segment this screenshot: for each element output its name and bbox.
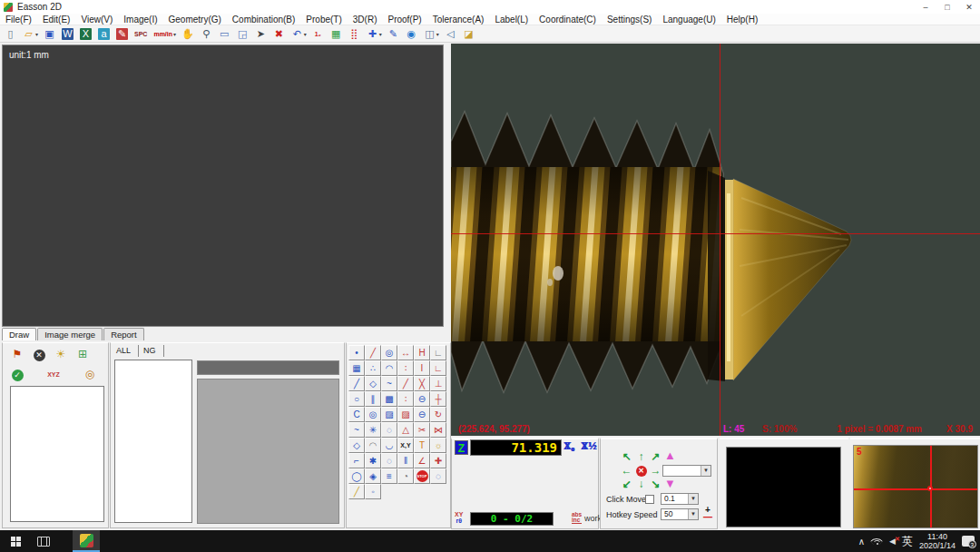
- delete-button[interactable]: ✖: [271, 26, 288, 42]
- speed-plus-minus-control[interactable]: +—: [703, 507, 712, 521]
- web-button[interactable]: ◉: [404, 26, 420, 42]
- scan-region-tool[interactable]: ▩: [381, 391, 397, 407]
- xy-coordinate-tool[interactable]: X,Y: [397, 438, 414, 453]
- angle-corner-tool[interactable]: ∟: [430, 360, 446, 376]
- stage-up-right-button[interactable]: ↗: [649, 450, 662, 463]
- stop-tool[interactable]: STOP: [414, 468, 430, 484]
- spline-tool[interactable]: ~: [381, 376, 397, 391]
- menu-item[interactable]: Combination(B): [227, 15, 300, 25]
- zoom-window-button[interactable]: ◲: [235, 26, 251, 42]
- program-step-list[interactable]: [10, 386, 104, 522]
- flower-region-tool[interactable]: ✱: [365, 453, 381, 468]
- arc-c-tool[interactable]: C: [348, 407, 365, 422]
- corner-tool[interactable]: ∟: [430, 345, 446, 360]
- triangle-tool[interactable]: △: [397, 422, 414, 438]
- line-tool[interactable]: ╱: [348, 376, 365, 391]
- tab-all[interactable]: ALL: [113, 345, 139, 357]
- stage-left-button[interactable]: ←: [620, 464, 633, 477]
- crosshair-button[interactable]: ✚▾: [365, 26, 384, 42]
- menu-item[interactable]: Coordinate(C): [534, 15, 602, 25]
- joystick-select[interactable]: ▼: [662, 465, 711, 477]
- stage-right-button[interactable]: →: [649, 464, 662, 477]
- dot-grid-button[interactable]: ⣿: [347, 26, 363, 42]
- ellipse-tool[interactable]: ◯: [348, 468, 365, 484]
- z-down-button[interactable]: ▼: [664, 478, 676, 489]
- stage-stop-button[interactable]: ✕: [634, 464, 648, 477]
- width-tool[interactable]: ‖: [397, 453, 414, 468]
- perpendicular-tool[interactable]: ⊥: [430, 376, 446, 391]
- dashed-region-tool[interactable]: ▨: [381, 407, 397, 422]
- maximize-button[interactable]: □: [936, 3, 958, 12]
- sector-tool[interactable]: ◔: [397, 468, 414, 484]
- pick-point-button[interactable]: ➤: [253, 26, 270, 42]
- two-point-tool[interactable]: ∶: [397, 391, 414, 407]
- point-pair-tool[interactable]: ∶: [397, 360, 414, 376]
- probe-settings-button[interactable]: ◎: [83, 367, 97, 381]
- measurement-list[interactable]: [114, 360, 192, 523]
- volume-muted-icon[interactable]: ◀✕: [889, 537, 896, 546]
- dotted-ellipse-tool[interactable]: ◌: [430, 468, 446, 484]
- z-zero-button[interactable]: Z₀: [564, 439, 574, 453]
- export-pdf-button[interactable]: ✎: [114, 26, 131, 42]
- arc-segment-tool[interactable]: ◠: [365, 438, 381, 453]
- light-tool[interactable]: ☼: [430, 438, 446, 453]
- zoom-button[interactable]: ⚲: [199, 26, 215, 42]
- curve-tool[interactable]: ~: [348, 422, 365, 438]
- start-button[interactable]: [0, 530, 31, 552]
- dotted-scan-tool[interactable]: ◌: [381, 453, 397, 468]
- grid-button[interactable]: ▦: [328, 26, 345, 42]
- click-move-checkbox[interactable]: [645, 495, 654, 504]
- probe-circle-tool[interactable]: ◦: [365, 484, 381, 499]
- coordinate-tool[interactable]: ┼: [430, 391, 446, 407]
- filled-diamond-tool[interactable]: ◈: [365, 468, 381, 484]
- menu-item[interactable]: Language(U): [657, 15, 720, 25]
- stage-down-right-button[interactable]: ↓: [634, 478, 648, 490]
- camera-live-view[interactable]: (225.624, 95.277) L: 45 S: 100% 1 pixel …: [451, 44, 980, 436]
- menu-item[interactable]: Geometry(G): [163, 15, 227, 25]
- multi-line-tool[interactable]: ≡: [381, 468, 397, 484]
- polar-toggle-button[interactable]: XYrθ: [455, 511, 463, 524]
- close-button[interactable]: ✕: [958, 3, 980, 12]
- concentric-circle-tool[interactable]: ◎: [365, 407, 381, 422]
- rotate-tool[interactable]: ↻: [430, 407, 446, 422]
- hidden-icons-chevron[interactable]: ∧: [858, 537, 865, 547]
- unit-mm-inch-button[interactable]: mm/in▾: [152, 26, 178, 42]
- tab-image-merge[interactable]: Image merge: [37, 328, 103, 340]
- export-word-button[interactable]: W: [60, 26, 76, 42]
- menu-item[interactable]: Edit(E): [37, 15, 76, 25]
- report-sheet-button[interactable]: ◪: [461, 26, 477, 42]
- menu-item[interactable]: Tolerance(A): [427, 15, 490, 25]
- stage-up-button[interactable]: ↑: [634, 450, 648, 463]
- tab-draw[interactable]: Draw: [2, 328, 36, 340]
- diamond-tool[interactable]: ◇: [348, 438, 365, 453]
- run-program-button[interactable]: ⚑: [10, 347, 24, 361]
- menu-item[interactable]: 3D(R): [348, 15, 383, 25]
- database-button[interactable]: ◫▾: [422, 26, 441, 42]
- parallel-line-tool[interactable]: ∥: [365, 391, 381, 407]
- move-stage-tool[interactable]: ✚: [430, 453, 446, 468]
- clock[interactable]: 11:40 2020/1/14: [919, 532, 956, 550]
- previous-view-button[interactable]: ◁: [443, 26, 459, 42]
- z-up-button[interactable]: ▲: [664, 449, 676, 461]
- render-button[interactable]: ☀: [54, 347, 68, 361]
- task-view-button[interactable]: [31, 530, 56, 552]
- xyz-datum-button[interactable]: XYZ: [46, 367, 61, 381]
- auto-circle-tool[interactable]: ◎: [381, 345, 397, 360]
- slope-angle-tool[interactable]: ∠: [414, 453, 430, 468]
- point-on-line-tool[interactable]: ∴: [365, 360, 381, 376]
- gauge-line-tool[interactable]: ╱: [397, 376, 414, 391]
- circle-slice-tool[interactable]: ⊖: [414, 391, 430, 407]
- stage-down-left-button[interactable]: ↙: [620, 478, 633, 490]
- open-file-button[interactable]: ▱▾: [21, 26, 40, 42]
- i-beam-distance-tool[interactable]: I: [414, 360, 430, 376]
- stage-up-left-button[interactable]: ↖: [620, 450, 633, 463]
- program-check-button[interactable]: ✓: [10, 367, 24, 381]
- new-document-button[interactable]: ▯: [3, 26, 19, 42]
- chevron-down-icon[interactable]: ▼: [701, 466, 710, 476]
- line-2point-tool[interactable]: ╱: [365, 345, 381, 360]
- save-button[interactable]: ▣: [42, 26, 58, 42]
- h-beam-tool[interactable]: H: [414, 345, 430, 360]
- dotted-circle-tool[interactable]: ◌: [381, 422, 397, 438]
- hotkey-speed-select[interactable]: 50 ▼: [661, 508, 699, 520]
- hatch-region-tool[interactable]: ▨: [397, 407, 414, 422]
